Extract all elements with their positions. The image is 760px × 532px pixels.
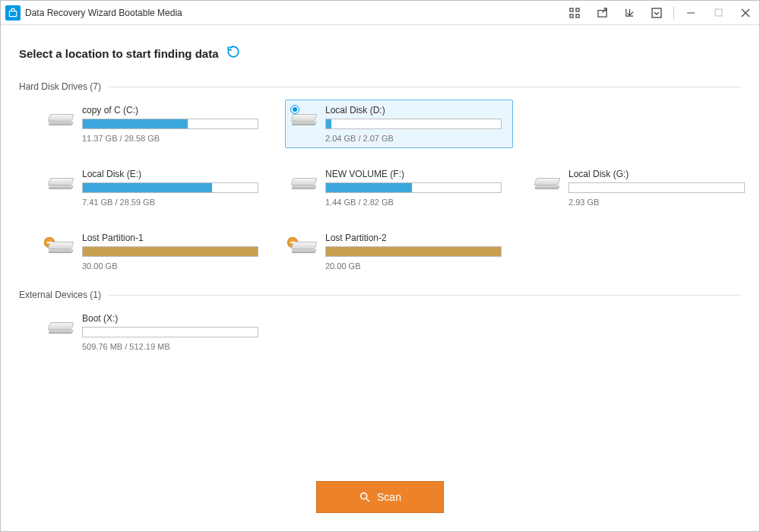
lost-disk-icon: [290, 242, 318, 263]
grid-apps-icon[interactable]: [561, 1, 588, 25]
svg-rect-0: [9, 11, 16, 16]
drive-name: Lost Partition-2: [325, 233, 502, 243]
drive-stats: 2.04 GB / 2.07 GB: [325, 134, 502, 143]
drive-body: copy of C (C:) 11.37 GB / 28.58 GB: [82, 105, 264, 143]
drive-name: Local Disk (E:): [82, 169, 258, 179]
titlebar-separator: [673, 6, 674, 20]
drive-body: Lost Partition-2 20.00 GB: [325, 233, 508, 271]
usage-bar: [325, 182, 502, 193]
footer: Scan: [1, 467, 759, 531]
app-window: Data Recovery Wizard Bootable Media: [0, 0, 760, 532]
scan-button[interactable]: Scan: [316, 481, 444, 513]
usage-fill: [83, 247, 258, 256]
hdd-grid: copy of C (C:) 11.37 GB / 28.58 GB Local…: [42, 100, 741, 276]
drive-stats: 509.76 MB / 512.19 MB: [82, 342, 258, 351]
titlebar: Data Recovery Wizard Bootable Media: [1, 1, 759, 25]
radio-icon: [290, 105, 299, 114]
drive-stats: 20.00 GB: [325, 261, 502, 271]
svg-rect-8: [715, 9, 722, 16]
drive-stats: 1.44 GB / 2.82 GB: [325, 198, 502, 207]
disk-icon: [47, 178, 74, 199]
usage-bar: [82, 119, 258, 129]
svg-point-11: [361, 493, 367, 499]
drive-c[interactable]: copy of C (C:) 11.37 GB / 28.58 GB: [42, 100, 270, 148]
section-external: External Devices (1) Boot (X:) 509.76 MB…: [19, 290, 741, 356]
drive-name: Local Disk (D:): [325, 105, 502, 116]
drive-stats: 11.37 GB / 28.58 GB: [82, 134, 258, 143]
disk-icon: [290, 178, 318, 199]
usage-bar: [568, 182, 745, 193]
external-grid: Boot (X:) 509.76 MB / 512.19 MB: [42, 308, 741, 356]
svg-rect-1: [570, 8, 573, 11]
disk-icon: [47, 114, 74, 135]
drive-stats: 7.41 GB / 28.59 GB: [82, 198, 258, 207]
section-head-hdd: Hard Disk Drives (7): [19, 81, 741, 92]
minimize-button[interactable]: [677, 1, 705, 25]
maximize-button[interactable]: [705, 1, 732, 25]
svg-rect-6: [652, 8, 661, 17]
page-heading: Select a location to start finding data: [19, 47, 219, 60]
svg-line-12: [366, 499, 369, 502]
usage-fill: [326, 119, 331, 128]
drive-body: Local Disk (G:) 2.93 GB: [568, 169, 751, 207]
drive-body: NEW VOLUME (F:) 1.44 GB / 2.82 GB: [325, 169, 508, 207]
section-divider: [109, 87, 741, 87]
usage-bar: [82, 327, 258, 337]
drive-name: Boot (X:): [82, 313, 258, 324]
scan-button-label: Scan: [377, 491, 401, 503]
content-area: Select a location to start finding data …: [1, 25, 759, 467]
usage-bar: [325, 246, 502, 257]
heading-row: Select a location to start finding data: [19, 45, 741, 62]
svg-rect-4: [576, 14, 579, 17]
titlebar-left: Data Recovery Wizard Bootable Media: [1, 5, 182, 21]
drive-body: Local Disk (D:) 2.04 GB / 2.07 GB: [325, 105, 508, 143]
close-button[interactable]: [732, 1, 759, 25]
drive-f[interactable]: NEW VOLUME (F:) 1.44 GB / 2.82 GB: [285, 163, 513, 212]
drive-body: Boot (X:) 509.76 MB / 512.19 MB: [82, 313, 264, 351]
section-title-hdd: Hard Disk Drives (7): [19, 81, 101, 92]
drive-name: NEW VOLUME (F:): [325, 169, 502, 179]
lost-disk-icon: [47, 242, 74, 263]
app-icon: [5, 5, 21, 21]
disk-icon: [47, 322, 74, 344]
drive-name: Lost Partition-1: [82, 233, 258, 243]
drive-d[interactable]: Local Disk (D:) 2.04 GB / 2.07 GB: [285, 100, 513, 148]
search-icon: [359, 491, 371, 503]
drive-body: Lost Partition-1 30.00 GB: [82, 233, 264, 271]
titlebar-right: [561, 1, 759, 24]
dropdown-icon[interactable]: [643, 1, 670, 25]
drive-stats: 30.00 GB: [82, 261, 258, 271]
usage-fill: [83, 119, 188, 128]
svg-rect-3: [570, 14, 573, 17]
drive-e[interactable]: Local Disk (E:) 7.41 GB / 28.59 GB: [42, 163, 270, 212]
drive-name: Local Disk (G:): [568, 169, 745, 179]
usage-fill: [83, 183, 212, 192]
usage-bar: [82, 246, 258, 257]
svg-rect-5: [597, 11, 606, 17]
usage-bar: [325, 119, 502, 129]
disk-icon: [290, 114, 318, 135]
drive-name: copy of C (C:): [82, 105, 258, 116]
usage-bar: [82, 182, 258, 193]
usage-fill: [326, 247, 501, 256]
drive-lost-1[interactable]: Lost Partition-1 30.00 GB: [42, 227, 270, 276]
refresh-icon[interactable]: [226, 45, 240, 62]
import-icon[interactable]: [616, 1, 643, 25]
window-title: Data Recovery Wizard Bootable Media: [25, 8, 182, 18]
section-divider: [109, 295, 741, 296]
svg-rect-2: [576, 8, 579, 11]
drive-body: Local Disk (E:) 7.41 GB / 28.59 GB: [82, 169, 264, 207]
export-icon[interactable]: [588, 1, 616, 25]
drive-g[interactable]: Local Disk (G:) 2.93 GB: [528, 163, 756, 212]
drive-lost-2[interactable]: Lost Partition-2 20.00 GB: [285, 227, 513, 276]
section-hdd: Hard Disk Drives (7) copy of C (C:) 11.3…: [19, 81, 741, 276]
section-title-external: External Devices (1): [19, 290, 101, 300]
drive-x[interactable]: Boot (X:) 509.76 MB / 512.19 MB: [42, 308, 270, 356]
section-head-external: External Devices (1): [19, 290, 741, 300]
disk-icon: [534, 178, 561, 199]
drive-stats: 2.93 GB: [568, 198, 745, 207]
usage-fill: [326, 183, 412, 192]
